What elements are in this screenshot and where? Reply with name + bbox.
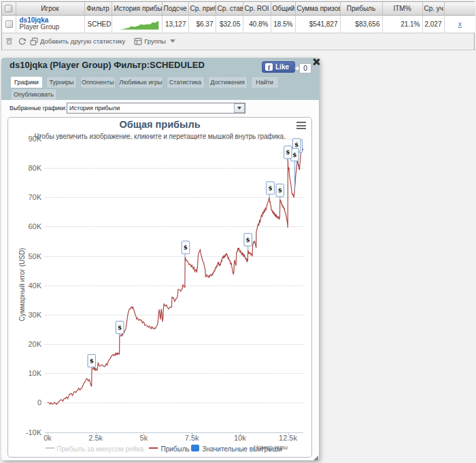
select-arrow-button[interactable] (234, 103, 245, 113)
legend-item-label[interactable]: Прибыль за минусом рейка (56, 445, 143, 453)
col-entrants[interactable]: Ср. уч (422, 2, 444, 15)
cell-filter: SCHEDU (84, 15, 112, 33)
like-label: Like (275, 63, 289, 71)
profit-line (48, 148, 303, 405)
cell-entrants: 2,027 (422, 15, 444, 33)
col-total[interactable]: Общий (271, 2, 295, 15)
significant-win-flag[interactable]: $ (276, 184, 284, 200)
tab-опубликовать[interactable]: Опубликовать (10, 88, 57, 100)
cell-profit: $83,656 (340, 15, 382, 33)
significant-win-flag[interactable]: $ (267, 182, 275, 198)
tab-статистика[interactable]: Статистика (167, 76, 205, 88)
svg-text:$: $ (286, 149, 290, 156)
svg-text:$: $ (246, 237, 250, 243)
cell-prizes: $541,827 (295, 15, 340, 33)
svg-text:$: $ (294, 141, 299, 148)
col-player[interactable]: Игрок (16, 2, 84, 15)
legend-item-label[interactable]: Прибыль (161, 445, 190, 453)
col-av-roi[interactable]: Ср. ROI (243, 2, 271, 15)
tab-любимые игры[interactable]: Любимые игры (119, 76, 163, 88)
legend-symbol[interactable] (149, 447, 158, 449)
chart-plot: $$$$$$$$$$ (8, 118, 312, 458)
add-statistic-button[interactable]: Добавить другую статистику (29, 37, 125, 46)
player-panel: ds10jqka (Player Group) Фильтр:SCHEDULED… (1, 58, 319, 460)
tab-найти[interactable]: Найти (251, 76, 279, 88)
graph-select[interactable]: История прибыли (67, 103, 245, 114)
table-toolbar: Добавить другую статистику Группы (2, 33, 474, 50)
cell-av-stake: $32.05 (216, 15, 243, 33)
remove-row-link[interactable]: x (448, 20, 473, 28)
significant-win-flag[interactable]: $ (182, 241, 190, 258)
graph-select-value: История прибыли (67, 105, 234, 112)
svg-text:$: $ (118, 324, 122, 331)
select-graphs-label: Выбранные графики: (10, 105, 67, 112)
groups-caret-icon (170, 39, 175, 43)
panel-title: ds10jqka (Player Group) Фильтр:SCHEDULED (10, 60, 205, 70)
profit-history-sparkline (112, 16, 163, 31)
add-statistic-label: Добавить другую статистику (40, 37, 125, 45)
col-count[interactable]: Подсче (162, 2, 188, 15)
tab-достижения[interactable]: Достижения (208, 76, 248, 88)
stats-row: ds10jqka Player Group SCHEDU 13,127 $6.3… (2, 15, 475, 33)
col-history[interactable]: История прибыл (112, 2, 162, 15)
cell-total: 18.5% (271, 15, 295, 33)
svg-text:$: $ (184, 244, 188, 251)
groups-button[interactable]: Группы (133, 37, 175, 46)
cell-av-roi: 40.8% (243, 15, 271, 33)
legend-item-label[interactable]: Значительные выигрыши (202, 445, 282, 453)
stats-widget: Игрок Фильтр История прибыл Подсче Ср. п… (1, 1, 475, 50)
svg-text:$: $ (90, 358, 94, 364)
stats-header-row: Игрок Фильтр История прибыл Подсче Ср. п… (2, 2, 475, 15)
page: {"page":{"bg":"#f2f2f2"},"stats_table":{… (0, 0, 476, 463)
cell-count: 13,127 (162, 15, 188, 33)
stats-table: Игрок Фильтр История прибыл Подсче Ср. п… (2, 2, 475, 33)
legend-symbol[interactable] (191, 445, 199, 451)
groups-label: Группы (144, 37, 166, 45)
groups-icon (133, 37, 143, 46)
col-av-stake[interactable]: Ср. став (216, 2, 243, 15)
svg-text:$: $ (268, 185, 272, 192)
select-arrow-icon (237, 107, 241, 109)
close-icon[interactable] (313, 58, 320, 65)
refresh-icon[interactable] (17, 37, 27, 46)
profit-chart[interactable]: Общая прибыль Чтобы увеличить изображени… (7, 117, 312, 458)
col-filter[interactable]: Фильтр (84, 2, 112, 15)
select-all-header[interactable] (2, 2, 16, 15)
like-count-tail (294, 66, 299, 71)
significant-win-flag[interactable]: $ (244, 233, 252, 250)
col-profit[interactable]: Прибыль (340, 2, 382, 15)
tab-оппоненты[interactable]: Оппоненты (80, 76, 116, 88)
trash-icon[interactable] (4, 37, 14, 46)
like-count: 0 (299, 63, 311, 73)
svg-text:$: $ (292, 152, 296, 158)
player-type: Player Group (20, 24, 81, 31)
add-statistic-icon (29, 37, 39, 46)
panel-body: Выбранные графики: История прибыли Общая… (1, 100, 319, 460)
cell-av-profit: $6.37 (188, 15, 216, 33)
tab-графики[interactable]: Графики (10, 76, 43, 88)
tab-strip-row2: Опубликовать (10, 88, 57, 100)
select-all-checkbox[interactable] (5, 5, 12, 12)
y-axis-title: Суммарный итог (USD) (18, 247, 26, 322)
col-itm[interactable]: ITM% (382, 2, 422, 15)
cell-itm: 21.1% (382, 15, 422, 33)
facebook-like-button[interactable]: f Like (262, 61, 295, 73)
tab-турниры[interactable]: Турниры (46, 76, 77, 88)
legend-symbol[interactable] (46, 447, 54, 449)
facebook-icon: f (265, 63, 273, 71)
svg-text:$: $ (278, 187, 282, 194)
col-remove (444, 2, 475, 15)
col-av-profit[interactable]: Ср. приб (188, 2, 216, 15)
resize-handle[interactable] (313, 456, 318, 460)
col-prizes[interactable]: Сумма призов (295, 2, 340, 15)
tab-strip-row1: ГрафикиТурнирыОппонентыЛюбимые игрыСтати… (10, 76, 279, 88)
row-checkbox[interactable] (5, 20, 13, 28)
